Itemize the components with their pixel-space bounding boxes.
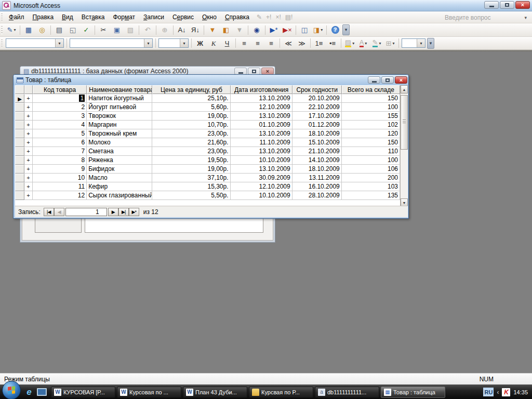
cell[interactable]: 6 <box>33 138 87 147</box>
cell[interactable]: 100 <box>342 156 400 165</box>
expand-subdatasheet-button[interactable]: + <box>24 174 33 182</box>
find-icon[interactable]: ◉ <box>250 24 263 36</box>
cell[interactable]: Ряженка <box>87 156 152 165</box>
chevron-down-icon[interactable]: ▾ <box>365 41 367 46</box>
cell[interactable]: 19,00р. <box>152 165 230 174</box>
menu-format[interactable]: Формат <box>109 12 139 22</box>
cell[interactable]: 11 <box>33 182 87 191</box>
cell[interactable]: 2 <box>33 103 87 112</box>
row-selector[interactable] <box>15 191 24 200</box>
column-header[interactable]: Дата изготовления <box>231 85 292 94</box>
toolbar-options-icon[interactable]: ▾ <box>342 24 350 35</box>
taskbar-button[interactable]: ▦Товар : таблица <box>381 387 445 398</box>
filter-by-selection-icon[interactable]: ▼ <box>206 24 219 36</box>
cell[interactable]: Сырок глазированный <box>87 191 152 200</box>
cell[interactable]: 15,30р. <box>152 182 230 191</box>
increase-indent-icon[interactable]: ≫ <box>296 37 308 49</box>
print-icon[interactable]: ▤ <box>53 24 65 36</box>
cell[interactable]: Сметана <box>87 147 152 156</box>
cell[interactable]: 150 <box>342 94 400 103</box>
menu-edit[interactable]: Правка <box>29 12 58 22</box>
table-window-title-bar[interactable]: Товар : таблица × <box>14 75 408 85</box>
chevron-down-icon[interactable]: ▾ <box>321 28 323 32</box>
column-header[interactable]: Наименование товара <box>87 85 152 94</box>
cell[interactable]: 106 <box>342 165 400 174</box>
cell[interactable]: 135 <box>342 191 400 200</box>
insert-hyperlink-icon[interactable]: ⊕ <box>158 24 171 36</box>
help-icon[interactable]: ? <box>329 24 341 36</box>
minimize-button[interactable] <box>234 68 247 75</box>
cell[interactable]: 19,00р. <box>152 112 230 121</box>
expand-subdatasheet-button[interactable]: + <box>24 191 33 200</box>
cell[interactable]: 10.10.2009 <box>231 156 292 165</box>
chevron-down-icon[interactable]: ▾ <box>417 39 425 47</box>
special-effect-combo[interactable]: ▾ <box>402 38 425 48</box>
row-selector[interactable]: ▶ <box>15 94 24 103</box>
close-button[interactable]: × <box>261 68 274 75</box>
cell[interactable]: Маргарин <box>87 121 152 129</box>
fill-color-icon[interactable]: ▨▾ <box>343 37 356 49</box>
cell[interactable]: 20.10.2009 <box>292 94 342 103</box>
cell[interactable]: 18.10.2009 <box>292 129 342 138</box>
underline-icon[interactable]: Ч <box>221 37 233 49</box>
chevron-down-icon[interactable]: ▾ <box>55 39 63 47</box>
italic-icon[interactable]: К <box>207 37 220 49</box>
row-selector[interactable] <box>15 129 24 138</box>
cell[interactable]: 10 <box>33 174 87 182</box>
language-indicator[interactable]: RU <box>483 388 494 396</box>
cell[interactable]: 23,00р. <box>152 129 230 138</box>
cell[interactable]: Напиток йогуртный <box>87 94 152 103</box>
align-left-icon[interactable]: ≡ <box>238 37 250 49</box>
cell[interactable]: 30.09.2009 <box>231 174 292 182</box>
new-record-icon[interactable]: ▶* <box>268 24 280 36</box>
menu-records[interactable]: Записи <box>139 12 168 22</box>
taskbar-button[interactable]: WПлан 43 Дуби... <box>183 387 247 398</box>
undo-icon[interactable]: ↶ <box>141 24 154 36</box>
delete-record-icon[interactable]: ▶× <box>281 24 294 36</box>
cell[interactable]: 13.10.2009 <box>231 129 292 138</box>
sort-ascending-icon[interactable]: А↓ <box>176 24 188 36</box>
cell[interactable]: 15.10.2009 <box>292 138 342 147</box>
cell[interactable]: 5,50р. <box>152 191 230 200</box>
restore-button[interactable] <box>500 1 514 9</box>
help-question-box[interactable]: Введите вопрос ▾ <box>445 13 528 22</box>
cell[interactable]: 200 <box>342 174 400 182</box>
cell[interactable]: 28.10.2009 <box>292 191 342 200</box>
vertical-scrollbar[interactable]: ▲ ▼ <box>400 85 408 207</box>
cell[interactable]: 100 <box>342 103 400 112</box>
cell[interactable]: 21.10.2009 <box>292 147 342 156</box>
cell[interactable]: 3 <box>33 112 87 121</box>
row-selector[interactable] <box>15 156 24 165</box>
column-header[interactable]: Срок годности <box>292 85 342 94</box>
decrease-indent-icon[interactable]: ≪ <box>282 37 295 49</box>
borders-icon[interactable]: ⊞▾ <box>384 37 396 49</box>
previous-record-button[interactable]: ◀ <box>54 208 64 216</box>
paste-icon[interactable]: ▧ <box>124 24 137 36</box>
cell[interactable]: 150 <box>342 138 400 147</box>
bullet-list-icon[interactable]: •≡ <box>326 37 339 49</box>
taskbar-button[interactable]: Курсвая по Р... <box>249 387 313 398</box>
next-record-button[interactable]: ▶ <box>108 208 118 216</box>
close-button[interactable]: × <box>395 76 407 84</box>
start-button[interactable] <box>2 381 21 399</box>
scrollbar-thumb[interactable] <box>401 95 408 150</box>
sort-descending-icon[interactable]: Я↓ <box>189 24 202 36</box>
menu-help[interactable]: Справка <box>221 12 254 22</box>
expand-subdatasheet-button[interactable]: + <box>24 121 33 129</box>
cell[interactable]: 10,70р. <box>152 121 230 129</box>
align-right-icon[interactable]: ≡ <box>265 37 277 49</box>
cell[interactable]: 13.10.2009 <box>231 94 292 103</box>
row-selector[interactable] <box>15 121 24 129</box>
cell[interactable]: 5,60р. <box>152 103 230 112</box>
expand-subdatasheet-button[interactable]: + <box>24 129 33 138</box>
align-center-icon[interactable]: ≡ <box>251 37 264 49</box>
cell[interactable]: 155 <box>342 112 400 121</box>
cell[interactable]: 13.10.2009 <box>231 165 292 174</box>
last-record-button[interactable]: ▶| <box>118 208 129 216</box>
menu-service[interactable]: Сервис <box>168 12 198 22</box>
menu-window[interactable]: Окно <box>198 12 221 22</box>
cell[interactable]: 5 <box>33 129 87 138</box>
numbered-list-icon[interactable]: 1≡ <box>313 37 325 49</box>
cell[interactable]: 8 <box>33 156 87 165</box>
expand-subdatasheet-button[interactable]: + <box>24 138 33 147</box>
